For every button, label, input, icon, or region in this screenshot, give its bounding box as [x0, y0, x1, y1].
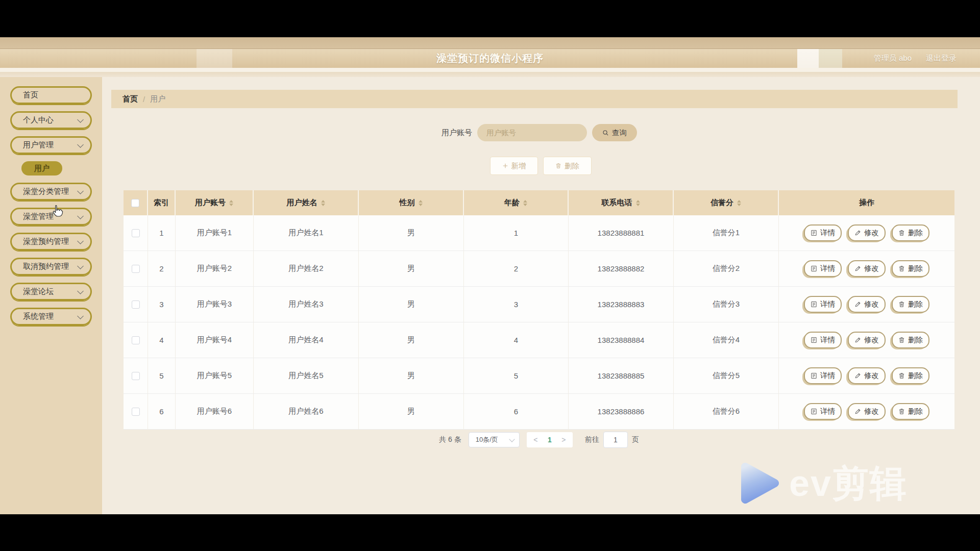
- cell-credit: 信誉分4: [674, 322, 779, 358]
- app-window: 澡堂预订的微信小程序 管理员 abo 退出登录 首页 个人中心 用户管理 用户 …: [0, 37, 980, 514]
- cell-age: 2: [464, 251, 569, 286]
- cell-account: 用户账号1: [176, 215, 254, 251]
- breadcrumb-home[interactable]: 首页: [122, 94, 138, 104]
- sidebar-item-8[interactable]: 取消预约管理: [10, 258, 92, 276]
- row-delete-button[interactable]: 删除: [892, 332, 929, 348]
- row-delete-button[interactable]: 删除: [892, 367, 929, 384]
- breadcrumb-current: 用户: [150, 94, 165, 104]
- cell-credit: 信誉分1: [674, 215, 779, 251]
- sidebar-item-2[interactable]: 个人中心: [10, 111, 92, 129]
- chevron-down-icon: [77, 141, 84, 148]
- edit-button[interactable]: 修改: [848, 296, 886, 313]
- sidebar-item-1[interactable]: 首页: [10, 86, 92, 104]
- row-checkbox[interactable]: [132, 372, 140, 380]
- column-header[interactable]: 操作: [779, 190, 954, 215]
- cell-account: 用户账号4: [176, 322, 254, 358]
- sort-icon[interactable]: [229, 200, 233, 206]
- next-page-button[interactable]: >: [557, 436, 571, 444]
- users-table: 索引 用户账号 用户姓名 性别 年龄 联系电话 信誉分 操作 1 用户账号1 用…: [124, 190, 954, 430]
- mouse-cursor: [51, 204, 64, 219]
- admin-user-label: 管理员 abo: [874, 54, 912, 63]
- sort-icon[interactable]: [737, 200, 741, 206]
- cell-gender: 男: [359, 358, 464, 393]
- column-header[interactable]: 信誉分: [674, 190, 779, 215]
- sort-icon[interactable]: [523, 200, 527, 206]
- sidebar-item-5[interactable]: 澡堂分类管理: [10, 183, 92, 201]
- query-button[interactable]: 查询: [592, 124, 637, 141]
- edit-button[interactable]: 修改: [848, 332, 886, 348]
- top-header: 澡堂预订的微信小程序 管理员 abo 退出登录: [0, 37, 980, 77]
- chevron-down-icon: [509, 436, 514, 442]
- cell-name: 用户姓名4: [254, 322, 359, 358]
- column-header[interactable]: 年龄: [464, 190, 569, 215]
- page-title: 澡堂预订的微信小程序: [0, 48, 980, 68]
- detail-button[interactable]: 详情: [804, 367, 842, 384]
- cell-name: 用户姓名1: [254, 215, 359, 251]
- sidebar-item-label: 澡堂预约管理: [12, 237, 69, 246]
- header-strip: [0, 72, 980, 77]
- screen: 澡堂预订的微信小程序 管理员 abo 退出登录 首页 个人中心 用户管理 用户 …: [0, 0, 980, 551]
- cell-phone: 13823888883: [569, 287, 674, 322]
- column-header[interactable]: 用户账号: [176, 190, 254, 215]
- row-delete-button[interactable]: 删除: [892, 296, 929, 313]
- logout-link[interactable]: 退出登录: [926, 54, 957, 63]
- row-delete-button-label: 删除: [908, 407, 923, 416]
- cell-actions: 详情 修改 删除: [779, 358, 954, 393]
- cell-age: 4: [464, 322, 569, 358]
- delete-button[interactable]: 删除: [543, 157, 592, 175]
- sort-icon[interactable]: [419, 200, 423, 206]
- sort-icon[interactable]: [321, 200, 325, 206]
- detail-button[interactable]: 详情: [804, 260, 842, 277]
- row-checkbox[interactable]: [132, 265, 140, 273]
- cell-age: 6: [464, 394, 569, 429]
- sidebar-item-3[interactable]: 用户管理: [10, 136, 92, 154]
- detail-button[interactable]: 详情: [804, 332, 842, 348]
- column-header-label: 用户账号: [195, 198, 226, 208]
- sort-icon[interactable]: [636, 200, 640, 206]
- watermark-text: ev剪辑: [789, 465, 908, 502]
- column-header[interactable]: 联系电话: [569, 190, 674, 215]
- table-row: 2 用户账号2 用户姓名2 男 2 13823888882 信誉分2 详情 修改: [124, 251, 954, 287]
- detail-button[interactable]: 详情: [804, 296, 842, 313]
- edit-button[interactable]: 修改: [848, 224, 886, 241]
- detail-button-label: 详情: [820, 371, 835, 381]
- page-size-select[interactable]: 10条/页: [469, 432, 520, 447]
- detail-button[interactable]: 详情: [804, 403, 842, 420]
- sidebar-item-9[interactable]: 澡堂论坛: [10, 283, 92, 300]
- cell-credit: 信誉分3: [674, 287, 779, 322]
- detail-button-label: 详情: [820, 407, 835, 416]
- cell-credit: 信誉分2: [674, 251, 779, 286]
- goto-page-input[interactable]: [603, 432, 628, 448]
- column-header[interactable]: 用户姓名: [254, 190, 359, 215]
- add-button[interactable]: 新增: [490, 157, 538, 175]
- column-header[interactable]: 性别: [359, 190, 464, 215]
- document-icon: [811, 408, 817, 415]
- breadcrumb: 首页 / 用户: [111, 90, 958, 108]
- row-delete-button[interactable]: 删除: [892, 260, 929, 277]
- row-checkbox[interactable]: [132, 336, 140, 344]
- sidebar-item-4[interactable]: 用户: [21, 161, 62, 176]
- row-checkbox[interactable]: [132, 300, 140, 309]
- row-checkbox[interactable]: [132, 229, 140, 237]
- select-all-checkbox[interactable]: [131, 199, 139, 207]
- edit-button[interactable]: 修改: [848, 367, 886, 384]
- edit-button[interactable]: 修改: [848, 260, 886, 277]
- column-header[interactable]: 索引: [148, 190, 176, 215]
- search-input[interactable]: [477, 124, 587, 141]
- edit-button-label: 修改: [864, 335, 879, 345]
- row-checkbox[interactable]: [132, 408, 140, 416]
- sidebar-item-7[interactable]: 澡堂预约管理: [10, 233, 92, 251]
- edit-button[interactable]: 修改: [848, 403, 886, 420]
- row-delete-button[interactable]: 删除: [892, 403, 929, 420]
- detail-button[interactable]: 详情: [804, 224, 842, 241]
- prev-page-button[interactable]: <: [529, 436, 543, 444]
- cell-credit: 信誉分6: [674, 394, 779, 429]
- sidebar-item-label: 取消预约管理: [12, 262, 69, 271]
- header-strip: [0, 68, 980, 72]
- cell-name: 用户姓名5: [254, 358, 359, 393]
- page-number-1[interactable]: 1: [543, 436, 557, 444]
- row-checkbox-cell: [124, 251, 148, 286]
- row-delete-button[interactable]: 删除: [892, 224, 929, 241]
- sidebar-item-10[interactable]: 系统管理: [10, 308, 92, 325]
- cell-gender: 男: [359, 394, 464, 429]
